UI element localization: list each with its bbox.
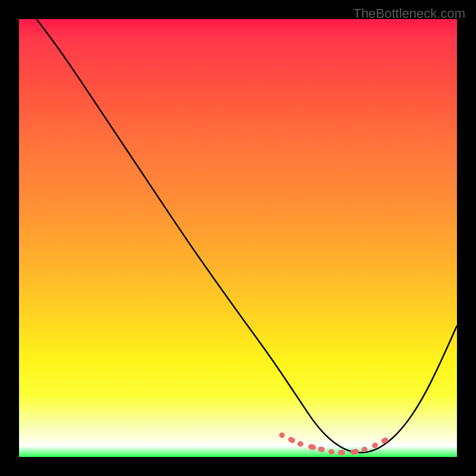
watermark-text: TheBottleneck.com [353, 6, 465, 21]
bottleneck-curve [36, 19, 457, 453]
chart-svg [19, 19, 457, 457]
chart-plot-area [19, 19, 457, 457]
marker-dots [282, 435, 387, 452]
